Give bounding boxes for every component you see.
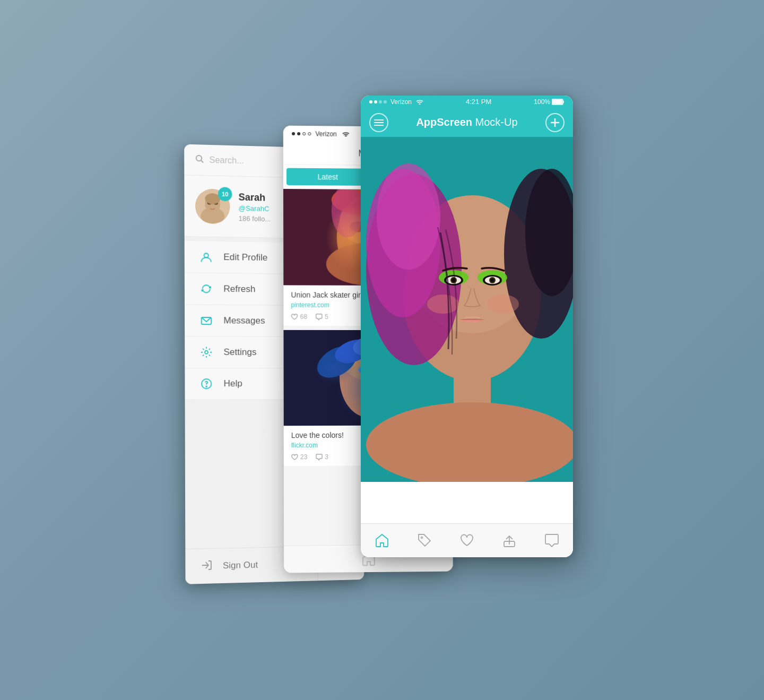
svg-point-62 xyxy=(427,295,459,314)
menu-label-refresh: Refresh xyxy=(223,283,255,295)
battery-area: 100% xyxy=(534,98,565,106)
carrier-label: Verizon xyxy=(315,130,336,138)
svg-point-8 xyxy=(204,253,209,257)
signal-dot-2 xyxy=(297,132,300,135)
signal-empty-1 xyxy=(379,100,382,103)
help-icon xyxy=(200,378,213,390)
tag-icon xyxy=(417,533,432,548)
svg-point-34 xyxy=(419,103,420,105)
screen-main: Verizon 4:21 PM 100% xyxy=(361,96,573,557)
plus-icon xyxy=(550,118,560,127)
notification-badge: 10 xyxy=(218,187,232,201)
app-title-light: Mock-Up xyxy=(472,116,518,128)
nav-tag[interactable] xyxy=(412,528,437,553)
face-svg xyxy=(361,137,573,482)
avatar-wrapper: 10 xyxy=(195,188,230,224)
tab-latest[interactable]: Latest xyxy=(286,168,369,185)
signal-empty-2 xyxy=(384,100,387,103)
svg-rect-36 xyxy=(552,100,562,104)
menu-label-help: Help xyxy=(224,378,242,389)
svg-point-63 xyxy=(487,295,519,314)
comments-count-2: 3 xyxy=(325,453,328,460)
main-status-bar: Verizon 4:21 PM 100% xyxy=(361,96,573,108)
comments-count-1: 5 xyxy=(325,313,328,320)
svg-point-61 xyxy=(491,278,494,282)
refresh-icon xyxy=(200,283,213,295)
svg-point-26 xyxy=(312,340,362,384)
person-icon xyxy=(199,251,213,263)
main-bottom-nav xyxy=(361,523,573,557)
signal-full-1 xyxy=(369,100,372,103)
heart-icon-main xyxy=(459,533,474,548)
battery-icon xyxy=(552,99,565,105)
heart-icon-feed1 xyxy=(291,313,298,320)
signout-label: Sign Out xyxy=(223,559,258,571)
menu-label-settings: Settings xyxy=(223,347,256,357)
comment-icon-feed1 xyxy=(316,313,323,320)
svg-point-64 xyxy=(421,537,423,539)
message-icon xyxy=(200,314,213,326)
comment-icon-feed2 xyxy=(316,453,323,460)
likes-count-2: 23 xyxy=(300,453,307,461)
main-carrier: Verizon xyxy=(369,98,423,106)
mockup-container: Search... 10 xyxy=(143,85,621,616)
search-input-label[interactable]: Search... xyxy=(209,155,244,166)
settings-icon xyxy=(200,346,213,358)
app-title: AppScreen Mock-Up xyxy=(416,116,517,128)
nav-comment[interactable] xyxy=(539,528,565,553)
signal-dot-3 xyxy=(302,132,306,135)
battery-percent: 100% xyxy=(534,98,550,106)
menu-button[interactable] xyxy=(369,113,388,132)
share-icon xyxy=(502,533,517,548)
menu-label-edit-profile: Edit Profile xyxy=(223,252,267,263)
feed-carrier: Verizon xyxy=(292,129,350,137)
nav-share[interactable] xyxy=(497,528,522,553)
svg-point-49 xyxy=(377,163,440,270)
main-time: 4:21 PM xyxy=(466,98,491,106)
svg-point-20 xyxy=(332,188,363,237)
svg-point-10 xyxy=(205,350,208,353)
feed-comments-2: 3 xyxy=(316,453,328,460)
svg-point-12 xyxy=(206,386,207,387)
menu-label-messages: Messages xyxy=(223,315,265,326)
main-header: AppScreen Mock-Up xyxy=(361,108,573,137)
nav-heart[interactable] xyxy=(454,528,480,553)
likes-count-1: 68 xyxy=(300,313,307,320)
search-icon xyxy=(195,154,204,165)
app-title-bold: AppScreen xyxy=(416,116,472,128)
home-icon-main xyxy=(375,533,389,548)
wifi-icon-feed xyxy=(342,131,350,136)
nav-home[interactable] xyxy=(369,528,395,553)
feed-likes-2: 23 xyxy=(291,453,307,461)
signal-full-2 xyxy=(374,100,377,103)
hamburger-icon xyxy=(374,119,384,126)
signal-dot-4 xyxy=(308,132,311,135)
heart-icon-feed2 xyxy=(291,453,298,460)
svg-line-1 xyxy=(201,160,203,162)
wifi-icon-main xyxy=(416,99,423,105)
comment-icon-main xyxy=(544,533,559,548)
signal-dot-1 xyxy=(292,132,295,135)
main-content-image xyxy=(361,137,573,482)
add-button[interactable] xyxy=(545,113,565,132)
carrier-text: Verizon xyxy=(390,98,412,106)
signout-icon xyxy=(201,559,212,573)
feed-comments-1: 5 xyxy=(316,313,328,320)
feed-likes-1: 68 xyxy=(291,313,307,320)
svg-point-0 xyxy=(196,155,202,161)
